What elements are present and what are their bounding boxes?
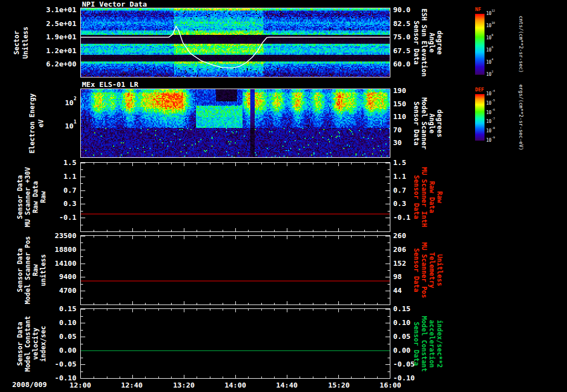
y-tick-mark xyxy=(385,264,390,264)
x-tick-label: 14:40 xyxy=(276,381,297,389)
y-tick-label: 67.5 xyxy=(393,47,410,55)
x-tick-mark xyxy=(210,236,210,238)
y-axis-left-label: Sensor Data xyxy=(16,322,24,365)
x-tick-mark xyxy=(313,376,313,378)
colorbar-tick-label: 10-5 xyxy=(486,101,495,106)
x-tick-mark xyxy=(351,303,352,305)
y-axis-right-label: index/sec**2 xyxy=(436,319,444,368)
x-tick-mark xyxy=(145,309,146,311)
y-axis-left-label: Raw Data xyxy=(32,181,39,213)
y-tick-label: 0.3 xyxy=(393,199,406,208)
y-tick-label: 4700 xyxy=(0,286,76,295)
x-tick-mark xyxy=(223,303,223,305)
x-tick-mark xyxy=(223,236,223,238)
x-tick-mark xyxy=(274,309,275,311)
x-tick-mark xyxy=(377,376,378,378)
panel-4-frame xyxy=(80,235,390,305)
y-tick-label: 0.10 xyxy=(0,318,76,327)
y-axis-left-label: unitless xyxy=(39,254,47,286)
x-tick-mark xyxy=(184,163,184,166)
colorbar xyxy=(475,14,484,75)
x-tick-mark xyxy=(364,163,365,164)
y-tick-label: -0.05 xyxy=(393,360,415,368)
y-tick-mark xyxy=(81,364,85,365)
y-axis-right-label: Raw Data xyxy=(428,181,436,213)
y-tick-mark xyxy=(81,344,83,344)
x-tick-mark xyxy=(210,230,210,231)
y-tick-label: 1.5 xyxy=(0,158,76,167)
x-tick-mark xyxy=(313,309,313,311)
y-tick-label: 44 xyxy=(393,286,402,295)
x-tick-mark xyxy=(235,375,236,378)
x-tick-mark xyxy=(197,376,197,378)
x-tick-mark xyxy=(132,301,133,305)
y-tick-label: 1.9e+01 xyxy=(0,33,76,41)
colorbar-tick-label: 102 xyxy=(486,72,493,77)
x-tick-mark xyxy=(326,309,326,311)
x-tick-mark xyxy=(158,230,159,231)
x-tick-mark xyxy=(274,230,275,231)
y-axis-left-label: Unitless xyxy=(22,27,29,59)
x-tick-mark xyxy=(351,309,352,311)
x-tick-mark xyxy=(300,230,300,231)
y-tick-label: 260 xyxy=(393,231,406,240)
x-tick-mark xyxy=(261,236,262,238)
y-tick-mark xyxy=(81,264,85,264)
x-tick-mark xyxy=(107,303,107,305)
x-tick-mark xyxy=(248,163,249,164)
x-tick-mark xyxy=(171,230,172,231)
x-tick-mark xyxy=(132,163,133,166)
x-tick-mark xyxy=(261,376,262,378)
x-tick-mark xyxy=(377,236,378,238)
x-tick-label: 12:00 xyxy=(69,381,91,389)
y-axis-right-label: Raw xyxy=(436,191,444,203)
y-axis-left-label: Model Scanner Pos xyxy=(24,236,32,305)
colorbar-tick-label: 108 xyxy=(486,35,493,40)
y-tick-label: 60.0 xyxy=(393,60,410,68)
y-axis-right-label: Model Constant xyxy=(420,316,428,372)
y-tick-mark xyxy=(388,197,390,198)
y-tick-mark xyxy=(81,316,83,317)
x-tick-mark xyxy=(338,309,339,312)
colorbar xyxy=(475,94,484,141)
y-tick-label: 70 xyxy=(393,126,402,134)
y-tick-mark xyxy=(388,270,390,271)
y-axis-left-label: MU Scanner +30V xyxy=(24,167,32,227)
y-axis-left-label: Raw xyxy=(32,264,39,276)
x-tick-mark xyxy=(248,230,249,231)
x-tick-mark xyxy=(338,301,339,305)
x-tick-mark xyxy=(184,236,184,239)
x-tick-mark xyxy=(261,230,262,231)
x-tick-mark xyxy=(132,236,133,239)
x-tick-mark xyxy=(313,303,313,305)
y-tick-mark xyxy=(388,225,390,225)
y-tick-mark xyxy=(385,337,390,337)
x-tick-mark xyxy=(261,309,262,311)
x-tick-mark xyxy=(171,163,172,164)
y-tick-label: 102 xyxy=(0,99,76,107)
data-line xyxy=(81,214,390,214)
y-tick-mark xyxy=(388,298,390,298)
x-tick-mark xyxy=(274,376,275,378)
y-tick-mark xyxy=(385,309,390,310)
x-tick-mark xyxy=(313,230,313,231)
x-tick-mark xyxy=(235,236,236,239)
y-tick-mark xyxy=(81,309,85,310)
y-tick-label: -0.10 xyxy=(0,374,76,382)
x-tick-mark xyxy=(287,309,287,312)
y-axis-right-label: MU Scanner Pos xyxy=(420,242,428,298)
x-tick-mark xyxy=(197,303,197,305)
y-tick-mark xyxy=(385,190,390,191)
y-axis-right-label: Sensor Data xyxy=(413,20,420,64)
x-tick-mark xyxy=(107,163,107,164)
y-tick-mark xyxy=(81,163,85,163)
x-tick-mark xyxy=(235,309,236,312)
y-axis-right-label: Sensor Data xyxy=(413,248,420,292)
y-tick-label: 18800 xyxy=(0,245,76,254)
y-tick-mark xyxy=(81,197,83,198)
y-tick-label: 0.7 xyxy=(393,186,406,194)
y-tick-label: 190 xyxy=(393,86,406,95)
x-tick-mark xyxy=(351,236,352,238)
y-tick-mark xyxy=(388,344,390,344)
y-tick-mark xyxy=(81,323,85,323)
